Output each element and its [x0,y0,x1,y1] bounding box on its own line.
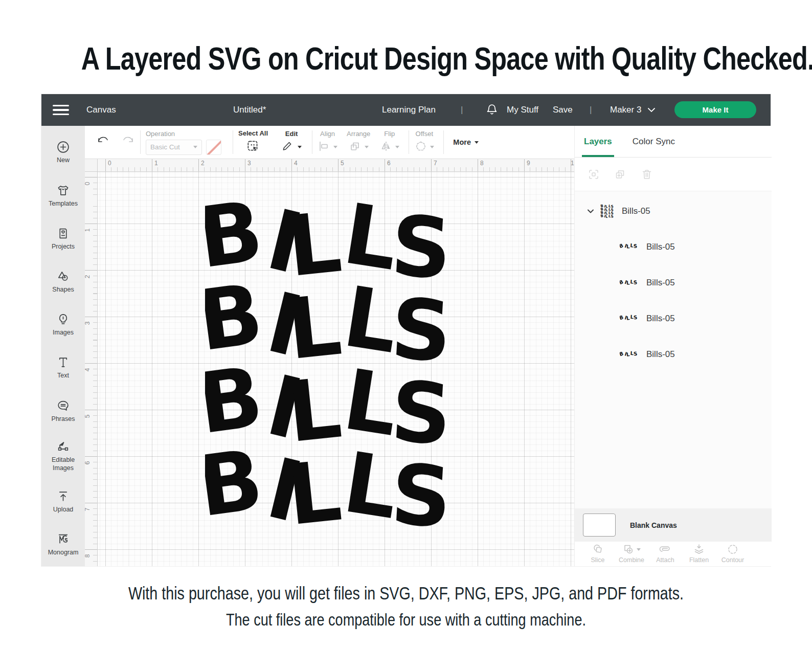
layer-name: Bills-05 [646,278,675,288]
arrange-button[interactable]: Arrange [347,130,370,155]
pencil-icon [281,140,295,155]
delete-layer-icon[interactable] [640,168,653,181]
bills-design-artwork[interactable]: BILLS BILLS BILLS BILLS [205,198,484,536]
flip-icon [379,140,393,155]
layer-thumbnail: BILLS [620,314,639,324]
topbar-separator: | [461,105,463,115]
text-icon [56,355,70,369]
canvas-menu-label[interactable]: Canvas [86,105,116,115]
attach-icon [659,543,672,555]
slice-button[interactable]: Slice [583,543,613,564]
layer-row[interactable]: BILLS Bills-05 [575,229,772,265]
toolbar-divider [140,130,141,154]
layers-panel: Layers Color Sync [574,126,772,566]
layer-name: Bills-05 [622,206,650,216]
offset-button[interactable]: Offset [414,130,434,155]
chevron-down-icon [298,146,302,148]
chevron-down-icon [333,146,337,148]
top-bar: Canvas Untitled* Learning Plan | My Stuf… [41,94,771,126]
arrange-icon [349,140,362,155]
upload-icon [56,489,70,503]
tab-layers[interactable]: Layers [584,126,612,157]
svg-text:BILLS: BILLS [620,242,637,249]
layer-row[interactable]: BILLS Bills-05 [575,301,772,337]
contour-icon [727,543,739,555]
menu-icon[interactable] [53,103,75,117]
chevron-down-icon [365,146,369,148]
layer-group-row[interactable]: BILLS BILLS BILLS BILLS Bills-05 [575,193,772,229]
toolbar-divider [443,130,444,154]
sidebar-item-label: Projects [52,243,75,251]
bell-icon[interactable] [485,103,499,120]
make-it-button[interactable]: Make It [674,101,756,118]
sidebar-item-editable-images[interactable]: Editable Images [41,433,85,480]
tshirt-icon [56,184,70,197]
sidebar-item-shapes[interactable]: Shapes [41,260,85,303]
attach-button[interactable]: Attach [650,543,680,564]
edit-toolbar: Operation Basic Cut Select All Edit [85,126,574,159]
chevron-down-icon [475,141,479,144]
edit-label: Edit [285,130,298,138]
ruler-number: 2 [201,160,205,167]
operation-group: Operation Basic Cut [146,130,221,155]
edit-button[interactable]: Edit [281,130,302,155]
layer-row[interactable]: BILLS Bills-05 [575,265,772,301]
layer-name: Bills-05 [646,349,675,360]
sidebar-item-label: Templates [49,200,78,208]
ruler-number: 7 [434,160,437,167]
select-all-label: Select All [238,129,268,137]
sidebar-item-projects[interactable]: Projects [41,217,85,260]
align-label: Align [320,130,335,138]
sidebar-item-images[interactable]: Images [41,303,85,346]
chevron-down-icon [637,548,641,551]
operation-select[interactable]: Basic Cut [146,140,202,155]
sidebar-item-templates[interactable]: Templates [41,174,85,217]
ruler-number: 5 [341,160,344,167]
more-label: More [453,138,471,146]
sidebar-item-label: Phrases [52,415,75,423]
duplicate-layer-icon[interactable] [614,168,627,181]
panel-tabs: Layers Color Sync [575,126,772,158]
blank-canvas-swatch [583,514,616,537]
tab-color-sync[interactable]: Color Sync [633,126,675,157]
chevron-down-icon[interactable] [587,208,594,215]
topbar-separator: | [590,105,592,115]
sidebar-item-text[interactable]: Text [41,346,85,389]
speech-bubble-icon [56,399,70,413]
my-stuff-link[interactable]: My Stuff [507,105,538,115]
ruler-number: 8 [480,160,484,167]
redo-button[interactable] [120,135,135,150]
operation-label: Operation [146,130,175,138]
group-layer-thumbnail: BILLS BILLS BILLS BILLS [600,204,615,218]
sidebar-item-label: Text [57,372,69,380]
layer-row[interactable]: BILLS Bills-05 [575,337,772,372]
select-all-button[interactable]: Select All [238,129,268,155]
learning-plan-link[interactable]: Learning Plan [382,105,436,115]
undo-button[interactable] [96,135,111,150]
machine-selector[interactable]: Maker 3 [610,105,656,115]
combine-button[interactable]: Combine [617,543,646,564]
design-canvas[interactable]: 0 1 2 3 4 5 6 7 8 9 10 0 1 2 3 4 5 6 7 [85,159,574,566]
sidebar-item-phrases[interactable]: Phrases [41,389,85,432]
blank-canvas-row[interactable]: Blank Canvas [575,508,772,542]
align-button[interactable]: Align [318,130,337,155]
document-title[interactable]: Untitled* [233,105,266,115]
more-button[interactable]: More [453,138,479,146]
sidebar-item-upload[interactable]: Upload [41,480,85,523]
caption-compatibility: The cut files are compatible for use wit… [73,610,739,630]
flatten-button[interactable]: Flatten [684,543,714,564]
color-swatch[interactable] [206,140,221,155]
slice-icon [592,543,604,555]
save-link[interactable]: Save [553,105,573,115]
plus-circle-icon [56,140,70,154]
select-layers-icon[interactable] [587,168,600,181]
sidebar-item-label: New [57,157,70,165]
canvas-grid[interactable]: BILLS BILLS BILLS BILLS [98,172,574,566]
select-all-icon [246,139,260,155]
page-headline: A Layered SVG on Cricut Design Space wit… [81,40,731,77]
contour-button[interactable]: Contour [718,543,748,564]
sidebar-item-monogram[interactable]: Monogram [41,523,85,566]
layer-thumbnail: BILLS [620,278,639,288]
sidebar-item-new[interactable]: New [41,131,85,174]
flip-button[interactable]: Flip [379,130,399,155]
